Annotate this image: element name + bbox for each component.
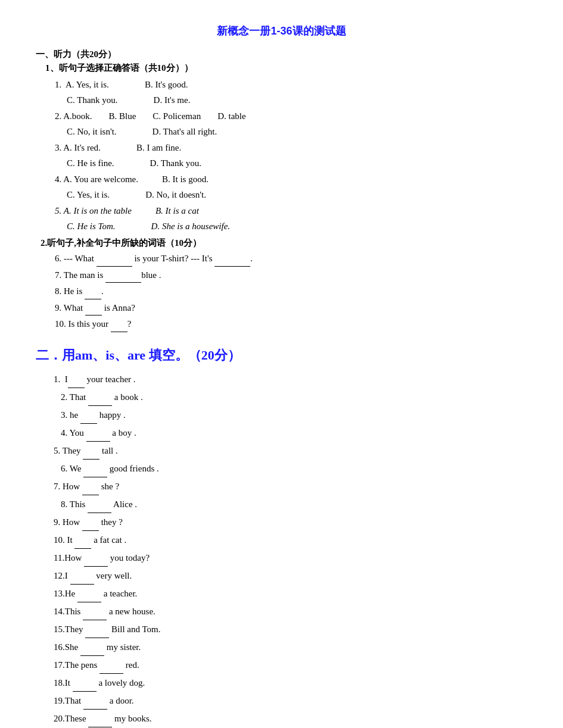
fill-q18: 18.It a lovely dog. (54, 674, 527, 692)
fill-q14: 14.This a new house. (54, 602, 527, 620)
q2-row2: C. No, it isn't. D. That's all right. (67, 124, 527, 140)
blank (83, 451, 99, 460)
q1-c: C. Thank you. (67, 93, 118, 108)
question-item: 2. A.book. B. Blue C. Policeman D. table… (55, 109, 527, 139)
fill-q13: 13.He a teacher. (54, 585, 527, 602)
blank (105, 274, 141, 283)
q2-d: D. table (217, 109, 245, 124)
blank (83, 468, 107, 477)
section1-header: 一、听力（共20分） (36, 49, 527, 60)
blank (85, 307, 102, 315)
fill-questions: 1. I your teacher . 2. That a book . 3. … (42, 370, 527, 727)
fill-q2: 2. That a book . (61, 388, 527, 406)
question-item: 1. A. Yes, it is. B. It's good. C. Thank… (55, 77, 527, 108)
q1-b: B. It's good. (145, 77, 188, 93)
page-title: 新概念一册1-36课的测试题 (36, 24, 527, 38)
q5-d: D. She is a housewife. (151, 219, 231, 235)
blank (97, 258, 132, 267)
fill-q3: 3. he happy . (61, 406, 527, 424)
question-item: 5. A. It is on the table B. It is a cat … (55, 204, 527, 234)
q3-c: C. He is fine. (67, 156, 114, 171)
q2-c-police: C. Policeman (153, 109, 201, 124)
blank (68, 379, 85, 388)
blank (83, 611, 107, 620)
question-item: 3. A. It's red. B. I am fine. C. He is f… (55, 140, 527, 171)
q1-d: D. It's me. (154, 93, 191, 108)
fill-q20: 20.These my books. (54, 710, 527, 727)
section2: 二．用am、is、are 填空。（20分） 1. I your teacher … (36, 346, 527, 727)
q3-row1: 3. A. It's red. B. I am fine. (55, 140, 527, 156)
fill-q11: 11.How you today? (54, 549, 527, 567)
blank (70, 576, 94, 585)
fill-q6: 6. We good friends . (61, 460, 527, 477)
blank (99, 665, 123, 674)
fill-q7: 7. How she ? (54, 477, 527, 495)
blank (80, 415, 97, 424)
subsection1-header: 1、听句子选择正确答语（共10分）） (45, 63, 527, 74)
q8: 8. He is . (55, 284, 527, 299)
blank (73, 683, 97, 692)
blank (83, 701, 107, 710)
blank (74, 540, 91, 549)
q3-a: 3. A. It's red. (55, 140, 101, 156)
q4-a: 4. A. You are welcome. (55, 172, 138, 188)
q2-c-no: C. No, it isn't. (67, 124, 117, 140)
fill-q4: 4. You a boy . (61, 424, 527, 442)
subsection1: 1、听句子选择正确答语（共10分）） 1. A. Yes, it is. B. … (36, 63, 527, 234)
q2-row1: 2. A.book. B. Blue C. Policeman D. table (55, 109, 527, 124)
q4-c: C. Yes, it is. (67, 188, 110, 203)
q5-a: 5. A. It is on the table (55, 204, 132, 219)
q1-row1: 1. A. Yes, it is. B. It's good. (55, 77, 527, 93)
q3-b: B. I am fine. (136, 140, 181, 156)
blank (77, 593, 101, 602)
q3-d: D. Thank you. (150, 156, 201, 171)
blank (88, 718, 112, 727)
fill-q5: 5. They tall . (54, 442, 527, 460)
q2-d-all: D. That's all right. (153, 124, 217, 140)
q4-b: B. It is good. (162, 172, 209, 188)
q10: 10. Is this your ? (55, 317, 527, 332)
blank (85, 290, 101, 299)
blank (214, 258, 250, 267)
blank (88, 504, 111, 513)
fill-q12: 12.I very well. (54, 567, 527, 585)
section2-header: 二．用am、is、are 填空。（20分） (36, 346, 527, 364)
q7: 7. The man is blue . (55, 268, 527, 283)
blank (82, 486, 99, 495)
q9: 9. What is Anna? (55, 301, 527, 316)
fill-q19: 19.That a door. (54, 692, 527, 710)
blank (85, 629, 109, 638)
q5-c: C. He is Tom. (67, 219, 116, 235)
q4-d: D. No, it doesn't. (145, 188, 206, 203)
blank (86, 433, 110, 442)
subsection2: 2.听句子,补全句子中所缺的词语（10分） 6. --- What is you… (36, 238, 527, 332)
blank (111, 323, 127, 332)
q1-row2: C. Thank you. D. It's me. (67, 93, 527, 108)
q3-row2: C. He is fine. D. Thank you. (67, 156, 527, 171)
fill-q9: 9. How they ? (54, 513, 527, 531)
q4-row2: C. Yes, it is. D. No, it doesn't. (67, 188, 527, 203)
section1: 一、听力（共20分） 1、听句子选择正确答语（共10分）） 1. A. Yes,… (36, 49, 527, 332)
fill-q16: 16.She my sister. (54, 638, 527, 656)
q5-row1: 5. A. It is on the table B. It is a cat (55, 204, 527, 219)
fill-q10: 10. It a fat cat . (54, 531, 527, 549)
subsection2-header: 2.听句子,补全句子中所缺的词语（10分） (41, 238, 527, 249)
blank (84, 558, 108, 567)
q1-label: 1. A. Yes, it is. (55, 77, 109, 93)
q5-row2: C. He is Tom. D. She is a housewife. (67, 219, 527, 235)
fill-q15: 15.They Bill and Tom. (54, 620, 527, 638)
fill-q1: 1. I your teacher . (54, 370, 527, 388)
blank (82, 522, 99, 531)
q4-row1: 4. A. You are welcome. B. It is good. (55, 172, 527, 188)
question-item: 4. A. You are welcome. B. It is good. C.… (55, 172, 527, 202)
q2-b: B. Blue (109, 109, 136, 124)
fill-q17: 17.The pens red. (54, 656, 527, 674)
fill-q8: 8. This Alice . (61, 495, 527, 513)
q6: 6. --- What is your T-shirt? --- It's . (55, 251, 527, 267)
q5-b: B. It is a cat (155, 204, 199, 219)
q2-label: 2. A.book. (55, 109, 92, 124)
blank (80, 647, 104, 656)
blank (88, 397, 112, 406)
